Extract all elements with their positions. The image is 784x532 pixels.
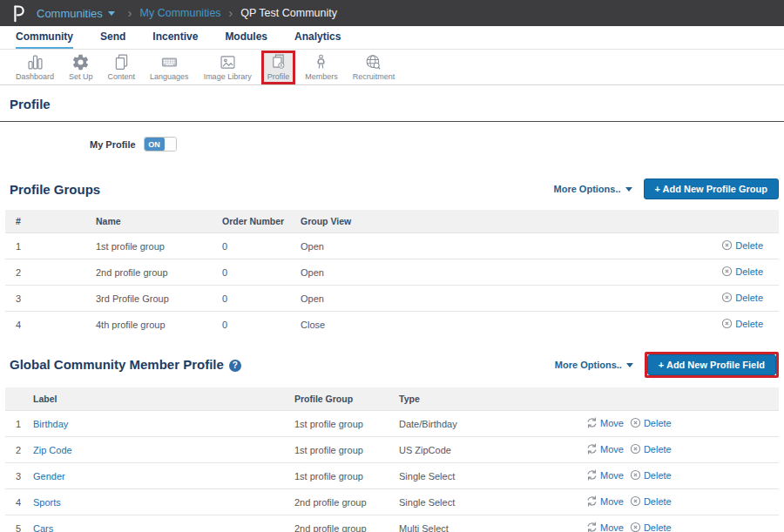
delete-circle-icon <box>721 266 733 277</box>
toolbar-item-recruitment[interactable]: Recruitment <box>348 51 401 83</box>
move-link[interactable]: Move <box>586 443 624 455</box>
move-sync-icon <box>586 443 598 455</box>
toolbar-item-image-library[interactable]: Image Library <box>199 51 257 83</box>
delete-link[interactable]: Delete <box>721 239 763 251</box>
column-header-profile-group: Profile Group <box>284 387 389 411</box>
my-profile-toggle[interactable]: ON <box>144 137 177 152</box>
chevron-right-icon: › <box>128 6 132 20</box>
breadcrumb: ›My Communities›QP Test Community <box>120 6 337 20</box>
tab-bar: CommunitySendIncentiveModulesAnalytics <box>0 26 784 50</box>
globe-search-icon <box>364 53 382 71</box>
my-profile-row: My Profile ON <box>90 137 784 152</box>
delete-link[interactable]: Delete <box>630 522 672 532</box>
tab-modules[interactable]: Modules <box>225 26 267 49</box>
field-type: US ZipCode <box>389 437 576 463</box>
move-link[interactable]: Move <box>586 417 624 428</box>
breadcrumb-item-my-communities[interactable]: My Communities <box>140 7 221 19</box>
toolbar-item-label: Languages <box>150 72 189 81</box>
delete-circle-icon <box>630 417 641 428</box>
field-label-link[interactable]: Cars <box>33 523 53 532</box>
profile-groups-title: Profile Groups <box>10 182 100 197</box>
groups-more-options-dropdown[interactable]: More Options.. <box>554 184 632 194</box>
column-header-name: Name <box>85 210 212 233</box>
member-profile-row: 5Cars2nd profile groupMulti SelectMoveDe… <box>5 515 779 532</box>
move-sync-icon <box>586 469 598 481</box>
delete-link[interactable]: Delete <box>630 495 672 507</box>
tab-send[interactable]: Send <box>100 26 125 49</box>
move-sync-icon <box>586 495 598 507</box>
order-number: 0 <box>212 286 290 312</box>
move-link[interactable]: Move <box>586 495 624 507</box>
tab-community[interactable]: Community <box>16 26 73 49</box>
toolbar-item-languages[interactable]: Languages <box>145 51 194 83</box>
group-view: Open <box>290 259 661 286</box>
column-header-order-number: Order Number <box>212 210 290 233</box>
member-more-options-dropdown[interactable]: More Options.. <box>555 360 633 370</box>
toolbar-item-members[interactable]: Members <box>300 51 343 83</box>
group-view: Open <box>290 286 661 312</box>
toolbar-item-dashboard[interactable]: Dashboard <box>10 51 59 83</box>
tab-incentive[interactable]: Incentive <box>152 26 198 49</box>
column-header-empty <box>5 387 23 411</box>
toolbar-item-content[interactable]: Content <box>103 51 141 83</box>
toolbar-item-profile[interactable]: Profile <box>261 51 296 84</box>
order-number: 0 <box>212 312 290 338</box>
add-new-profile-field-button[interactable]: + Add New Profile Field <box>647 354 776 375</box>
chevron-down-icon <box>108 11 115 16</box>
profile-group-row: 44th profile group0CloseDelete <box>5 312 779 338</box>
delete-link[interactable]: Delete <box>721 318 763 329</box>
delete-link[interactable]: Delete <box>721 266 763 277</box>
field-label-link[interactable]: Sports <box>33 497 61 508</box>
toolbar-item-label: Content <box>108 72 136 81</box>
field-type: Date/Birthday <box>389 411 576 437</box>
field-profile-group: 1st profile group <box>284 463 389 489</box>
field-type: Multi Select <box>389 515 576 532</box>
toolbar-item-label: Image Library <box>204 72 252 81</box>
row-number: 4 <box>5 489 23 515</box>
move-link[interactable]: Move <box>586 522 624 532</box>
field-type: Single Select <box>389 463 576 489</box>
toolbar-item-label: Profile <box>267 72 290 81</box>
row-number: 5 <box>5 515 23 532</box>
help-question-icon[interactable]: ? <box>229 360 241 372</box>
field-label-link[interactable]: Zip Code <box>33 445 72 455</box>
tab-analytics[interactable]: Analytics <box>294 26 341 49</box>
column-header-group-view: Group View <box>290 210 661 233</box>
delete-link[interactable]: Delete <box>630 417 672 428</box>
chevron-down-icon <box>625 187 632 192</box>
product-label: Communities <box>37 7 103 20</box>
delete-circle-icon <box>630 469 641 481</box>
communities-dropdown[interactable]: Communities <box>37 7 115 20</box>
toolbar: DashboardSet UpContentLanguagesImage Lib… <box>0 50 784 85</box>
gear-icon <box>71 53 90 71</box>
pages-icon <box>112 53 131 71</box>
profile-group-row: 33rd Profile Group0OpenDelete <box>5 286 779 312</box>
section-divider <box>0 121 784 122</box>
bar-chart-icon <box>26 53 44 71</box>
row-number: 2 <box>5 259 85 286</box>
toolbar-item-label: Members <box>305 72 338 81</box>
person-icon <box>312 53 330 71</box>
add-new-profile-group-button[interactable]: + Add New Profile Group <box>644 178 779 199</box>
more-options-label: More Options.. <box>554 184 621 194</box>
group-name: 3rd Profile Group <box>85 286 212 312</box>
delete-link[interactable]: Delete <box>721 292 763 303</box>
questionpro-logo-icon[interactable] <box>10 3 28 24</box>
column-header-type: Type <box>389 387 576 411</box>
order-number: 0 <box>212 259 290 286</box>
field-label-link[interactable]: Gender <box>33 471 65 481</box>
profile-card-icon <box>269 53 287 71</box>
move-sync-icon <box>586 522 598 532</box>
member-profile-row: 3Gender1st profile groupSingle SelectMov… <box>5 463 779 489</box>
column-header-empty <box>661 210 779 233</box>
toolbar-item-set-up[interactable]: Set Up <box>64 51 98 83</box>
move-link[interactable]: Move <box>586 469 624 481</box>
delete-link[interactable]: Delete <box>630 469 672 481</box>
row-number: 1 <box>5 411 23 437</box>
field-label-link[interactable]: Birthday <box>33 419 68 429</box>
delete-link[interactable]: Delete <box>630 443 672 455</box>
profile-groups-body: 11st profile group0OpenDelete22nd profil… <box>5 233 779 338</box>
profile-groups-section: Profile Groups More Options.. + Add New … <box>0 178 784 337</box>
top-bar: Communities ›My Communities›QP Test Comm… <box>0 0 784 26</box>
delete-circle-icon <box>721 239 733 251</box>
